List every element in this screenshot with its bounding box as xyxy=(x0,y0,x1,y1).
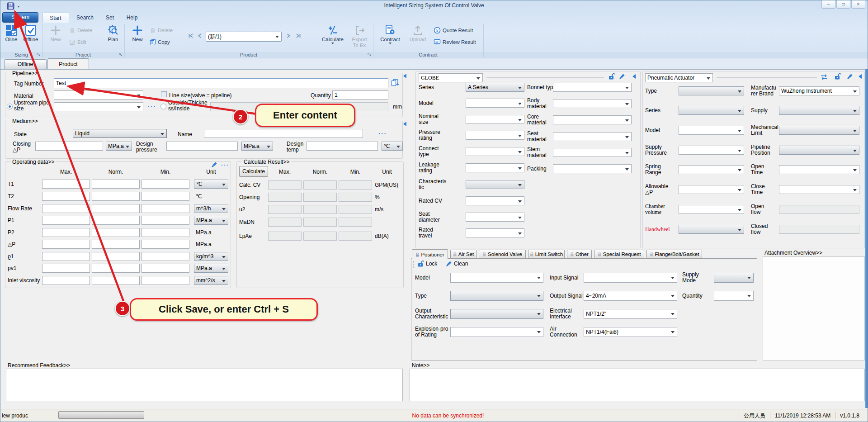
dp-min-input[interactable] xyxy=(142,240,189,249)
close-button[interactable]: × xyxy=(851,0,865,9)
globe-nominal-size-dropdown[interactable] xyxy=(466,115,524,124)
globe-rated-cv-dropdown[interactable] xyxy=(466,196,524,205)
dp-max-input[interactable] xyxy=(42,240,90,249)
mechanical-limit-dropdown[interactable] xyxy=(779,126,859,135)
globe-stem-material-dropdown[interactable] xyxy=(553,148,632,157)
viscosity-unit-dropdown[interactable]: mm^2/s xyxy=(194,276,228,285)
close-time-dropdown[interactable] xyxy=(779,185,859,194)
attachment-area[interactable] xyxy=(763,256,865,360)
globe-series-dropdown[interactable]: A Series xyxy=(466,83,524,92)
sizing-dialog-launcher-icon[interactable] xyxy=(37,53,41,57)
globe-lock-icon[interactable] xyxy=(608,73,615,80)
p1-unit-dropdown[interactable]: MPa.a xyxy=(194,216,228,225)
tag-number-input[interactable] xyxy=(54,78,388,88)
quantity-input[interactable] xyxy=(332,90,388,100)
actuator-lock-icon[interactable] xyxy=(834,73,841,80)
product-delete-button[interactable]: Delete xyxy=(150,26,182,35)
t1-max-input[interactable] xyxy=(42,180,90,189)
doc-tab-product[interactable]: Product xyxy=(47,58,89,69)
manufacturer-brand-dropdown[interactable]: WuZhong Instrument xyxy=(779,86,859,95)
flow-norm-input[interactable] xyxy=(92,204,140,213)
dp-norm-input[interactable] xyxy=(92,240,140,249)
actuator-swap-icon[interactable] xyxy=(820,74,829,80)
minimize-button[interactable]: – xyxy=(821,0,835,9)
right-panel-strip[interactable] xyxy=(865,69,868,408)
tab-limit-switch[interactable]: Limit Switch xyxy=(528,250,565,259)
tab-positioner[interactable]: Positioner xyxy=(412,249,448,259)
design-temp-input[interactable] xyxy=(307,142,378,151)
product-dialog-launcher-icon[interactable] xyxy=(368,53,372,57)
tab-help[interactable]: Help xyxy=(122,13,142,23)
calculate-button[interactable]: Calculate xyxy=(320,24,346,51)
upload-button[interactable]: Upload xyxy=(406,24,429,51)
closing-dp-input[interactable] xyxy=(35,142,103,151)
project-delete-button[interactable]: Delete xyxy=(69,26,102,35)
nav-prev-button[interactable] xyxy=(197,33,203,39)
globe-collapse-icon[interactable] xyxy=(632,74,636,79)
doc-tab-offline[interactable]: Offline xyxy=(4,59,47,69)
globe-seat-diameter-dropdown[interactable] xyxy=(466,213,524,222)
rho1-unit-dropdown[interactable]: kg/m^3 xyxy=(194,252,228,261)
supply-mode-dropdown[interactable] xyxy=(714,273,754,283)
calc-calculate-button[interactable]: Calculate xyxy=(239,166,268,177)
offline-button[interactable]: Offline xyxy=(21,24,40,51)
plan-button[interactable]: Plan xyxy=(104,24,123,51)
t2-min-input[interactable] xyxy=(142,192,189,201)
globe-connect-type-dropdown[interactable] xyxy=(466,147,524,156)
t2-max-input[interactable] xyxy=(42,192,90,201)
positioner-type-dropdown[interactable] xyxy=(450,291,543,301)
upstream-size-dropdown[interactable] xyxy=(54,102,143,111)
actuator-chamber-volume-dropdown[interactable] xyxy=(679,205,744,214)
project-new-button[interactable]: New xyxy=(46,24,66,51)
t1-norm-input[interactable] xyxy=(92,180,140,189)
input-signal-dropdown[interactable] xyxy=(584,273,677,283)
output-signal-dropdown[interactable]: 4~20mA xyxy=(584,291,677,301)
flow-max-input[interactable] xyxy=(42,204,90,213)
note-textarea[interactable] xyxy=(410,369,865,401)
outside-radio[interactable] xyxy=(160,104,166,109)
p1-min-input[interactable] xyxy=(142,216,189,225)
rho1-norm-input[interactable] xyxy=(92,252,140,261)
electrical-interface-dropdown[interactable]: NPT1/2" xyxy=(584,309,677,319)
medium-name-input[interactable] xyxy=(204,129,363,138)
globe-seat-material-dropdown[interactable] xyxy=(553,132,632,141)
feedback-textarea[interactable] xyxy=(6,369,403,401)
globe-model-dropdown[interactable] xyxy=(466,99,524,108)
pv1-max-input[interactable] xyxy=(42,264,90,273)
tab-other[interactable]: Other xyxy=(567,250,592,259)
pv1-norm-input[interactable] xyxy=(92,264,140,273)
export-button[interactable]: Export To Ex xyxy=(348,24,371,51)
globe-characteristic-dropdown[interactable] xyxy=(466,180,524,189)
tab-flange-bolt-gasket[interactable]: Flange/Bolt/Gasket xyxy=(646,250,702,259)
positioner-clean-button[interactable]: Clean xyxy=(446,261,468,267)
tab-solenoid-valve[interactable]: Solenoid Valve xyxy=(479,250,526,259)
positioner-model-dropdown[interactable] xyxy=(450,273,543,283)
material-dropdown[interactable] xyxy=(54,90,143,100)
t2-norm-input[interactable] xyxy=(92,192,140,201)
nav-first-button[interactable] xyxy=(188,33,195,39)
rho1-min-input[interactable] xyxy=(142,252,189,261)
actuator-spring-range-dropdown[interactable] xyxy=(679,165,744,174)
product-new-button[interactable]: New xyxy=(128,24,147,51)
project-edit-button[interactable]: Edit xyxy=(69,38,102,47)
air-connection-dropdown[interactable]: NPT1/4(Fai8) xyxy=(584,327,677,337)
review-result-button[interactable]: Review Result xyxy=(434,38,484,47)
p1-norm-input[interactable] xyxy=(92,216,140,225)
state-dropdown[interactable]: Liquid xyxy=(73,129,167,138)
globe-packing-dropdown[interactable] xyxy=(553,164,632,173)
rho1-max-input[interactable] xyxy=(42,252,90,261)
actuator-clean-icon[interactable] xyxy=(847,73,853,80)
tab-special-request[interactable]: Special Request xyxy=(594,250,644,259)
collapse-left-icon[interactable] xyxy=(403,74,406,78)
maximize-button[interactable]: □ xyxy=(836,0,850,9)
operating-clean-icon[interactable] xyxy=(211,161,217,168)
flow-unit-dropdown[interactable]: m^3/h xyxy=(194,204,228,213)
copy-button[interactable]: Copy xyxy=(150,38,182,47)
closing-dp-unit-dropdown[interactable]: MPa.a xyxy=(106,142,132,151)
actuator-handwheel-dropdown[interactable] xyxy=(679,225,744,234)
globe-body-material-dropdown[interactable] xyxy=(553,99,632,108)
actuator-series-dropdown[interactable] xyxy=(679,106,744,115)
p2-norm-input[interactable] xyxy=(92,228,140,237)
open-time-dropdown[interactable] xyxy=(779,165,859,174)
upstream-more-icon[interactable]: ··· xyxy=(148,104,156,109)
